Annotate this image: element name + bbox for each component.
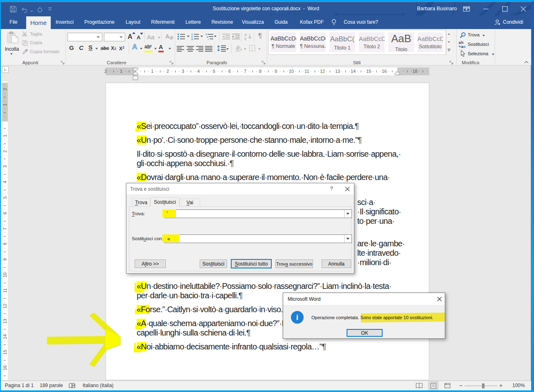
svg-text:c: c <box>464 44 466 49</box>
svg-text:Z: Z <box>244 37 246 41</box>
svg-text:i: i <box>208 38 209 40</box>
svg-text:A: A <box>165 33 169 40</box>
svg-text:3: 3 <box>192 38 193 40</box>
svg-text:A: A <box>244 33 247 37</box>
